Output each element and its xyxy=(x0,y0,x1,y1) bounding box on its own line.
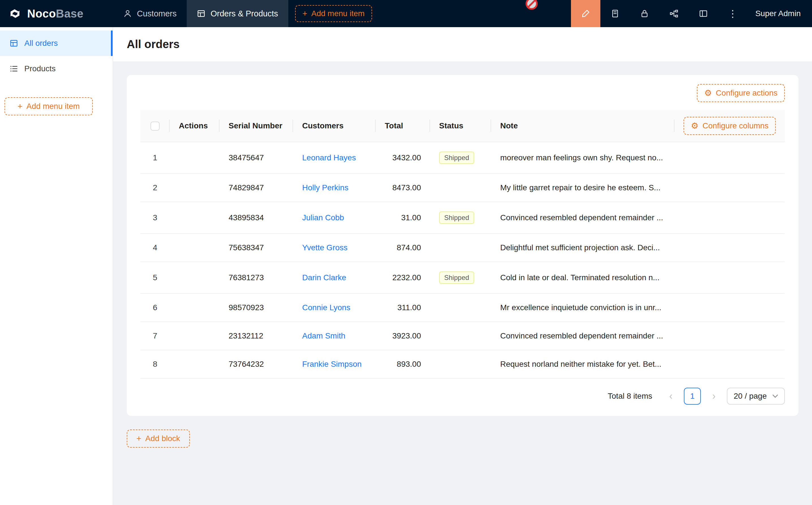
sidebar-item-label: Products xyxy=(24,64,56,73)
serial-number-cell: 98570923 xyxy=(220,294,293,322)
total-cell: 3432.00 xyxy=(376,142,430,174)
actions-cell xyxy=(170,294,220,322)
sidebar-add-menu-item-button[interactable]: + Add menu item xyxy=(5,97,93,115)
access-control-button[interactable] xyxy=(630,0,659,27)
serial-number-cell: 75638347 xyxy=(220,233,293,262)
row-index: 7 xyxy=(140,322,170,350)
sidebar-item-label: All orders xyxy=(24,39,58,48)
all-orders-icon xyxy=(10,39,18,47)
blocked-cursor-icon xyxy=(525,0,538,10)
status-tag: Shipped xyxy=(439,152,474,164)
customer-link[interactable]: Adam Smith xyxy=(302,331,346,340)
note-cell: moreover man feelings own shy. Request n… xyxy=(491,142,675,174)
logo-text: NocoBase xyxy=(27,7,84,20)
note-cell: Cold in late or deal. Terminated resolut… xyxy=(491,262,675,294)
collections-manager-button[interactable] xyxy=(600,0,630,27)
configure-actions-button[interactable]: ⚙ Configure actions xyxy=(697,84,785,102)
configure-columns-button[interactable]: ⚙ Configure columns xyxy=(684,117,776,135)
customer-cell: Frankie Simpson xyxy=(293,350,376,378)
note-cell: Delightful met sufficient projection ask… xyxy=(491,233,675,262)
column-header-status[interactable]: Status xyxy=(430,110,491,142)
sidebar-item-all-orders[interactable]: All orders xyxy=(0,30,113,56)
actions-cell xyxy=(170,202,220,233)
column-header-total[interactable]: Total xyxy=(376,110,430,142)
customer-cell: Darin Clarke xyxy=(293,262,376,294)
customer-cell: Holly Perkins xyxy=(293,174,376,202)
actions-cell xyxy=(170,322,220,350)
customers-icon xyxy=(123,9,132,18)
column-header-serial-number[interactable]: Serial Number xyxy=(220,110,293,142)
column-header-note[interactable]: Note xyxy=(491,110,675,142)
customer-link[interactable]: Leonard Hayes xyxy=(302,153,356,162)
chevron-left-icon: ‹ xyxy=(669,390,673,402)
app-window: NocoBase Customers Orders & Products + A… xyxy=(0,0,812,505)
user-menu[interactable]: Super Admin xyxy=(748,9,812,18)
chevron-down-icon xyxy=(772,394,778,398)
prev-page-button[interactable]: ‹ xyxy=(662,388,679,404)
customer-link[interactable]: Frankie Simpson xyxy=(302,360,362,368)
note-cell: Mr excellence inquietude conviction is i… xyxy=(491,294,675,322)
customer-cell: Connie Lyons xyxy=(293,294,376,322)
row-index: 8 xyxy=(140,350,170,378)
serial-number-cell: 23132112 xyxy=(220,322,293,350)
products-list-icon xyxy=(10,64,18,73)
current-page-button[interactable]: 1 xyxy=(684,388,701,404)
select-all-checkbox[interactable] xyxy=(150,122,160,131)
total-cell: 874.00 xyxy=(376,233,430,262)
gear-icon: ⚙ xyxy=(704,89,712,97)
customer-link[interactable]: Holly Perkins xyxy=(302,183,348,192)
ui-editor-button[interactable] xyxy=(571,0,600,27)
row-index: 4 xyxy=(140,233,170,262)
orders-table: Actions Serial Number Customers Total St… xyxy=(140,110,785,379)
column-header-customers[interactable]: Customers xyxy=(293,110,376,142)
collections-icon xyxy=(611,9,620,18)
note-cell: Convinced resembled dependent remainder … xyxy=(491,322,675,350)
row-index: 2 xyxy=(140,174,170,202)
status-cell: Shipped xyxy=(430,142,491,174)
nav-tab-label: Orders & Products xyxy=(211,9,278,18)
customer-link[interactable]: Darin Clarke xyxy=(302,273,346,282)
api-button[interactable] xyxy=(659,0,689,27)
nav-tab-orders-products[interactable]: Orders & Products xyxy=(187,0,288,27)
nav-tab-customers[interactable]: Customers xyxy=(113,0,187,27)
column-header-actions[interactable]: Actions xyxy=(170,110,220,142)
add-block-button[interactable]: + Add block xyxy=(127,430,190,448)
api-nodes-icon xyxy=(669,9,678,18)
serial-number-cell: 38475647 xyxy=(220,142,293,174)
customer-link[interactable]: Julian Cobb xyxy=(302,213,344,222)
actions-cell xyxy=(170,142,220,174)
customer-cell: Leonard Hayes xyxy=(293,142,376,174)
note-cell: My little garret repair to desire he est… xyxy=(491,174,675,202)
more-options-button[interactable]: ⋮ xyxy=(718,0,748,27)
status-cell xyxy=(430,350,491,378)
orders-table-block: ⚙ Configure actions Actions xyxy=(127,75,798,416)
status-cell xyxy=(430,322,491,350)
highlighter-pen-icon xyxy=(581,9,590,18)
customer-link[interactable]: Yvette Gross xyxy=(302,243,348,252)
next-page-button[interactable]: › xyxy=(705,388,722,404)
total-cell: 311.00 xyxy=(376,294,430,322)
header-add-menu-item-button[interactable]: + Add menu item xyxy=(295,5,372,22)
page-size-select[interactable]: 20 / page xyxy=(727,388,785,404)
customer-link[interactable]: Connie Lyons xyxy=(302,303,350,312)
plus-icon: + xyxy=(302,9,307,18)
table-row: 3 43895834 Julian Cobb 31.00 Shipped Con… xyxy=(140,202,785,233)
row-index: 6 xyxy=(140,294,170,322)
total-cell: 2232.00 xyxy=(376,262,430,294)
table-row: 5 76381273 Darin Clarke 2232.00 Shipped … xyxy=(140,262,785,294)
logo[interactable]: NocoBase xyxy=(0,6,113,21)
actions-cell xyxy=(170,174,220,202)
row-index: 3 xyxy=(140,202,170,233)
layout-button[interactable] xyxy=(689,0,718,27)
sidebar-item-products[interactable]: Products xyxy=(0,56,113,81)
customer-cell: Yvette Gross xyxy=(293,233,376,262)
table-row: 1 38475647 Leonard Hayes 3432.00 Shipped… xyxy=(140,142,785,174)
status-cell xyxy=(430,294,491,322)
status-cell xyxy=(430,233,491,262)
table-row: 6 98570923 Connie Lyons 311.00 Mr excell… xyxy=(140,294,785,322)
note-cell: Request norland neither mistake for yet.… xyxy=(491,350,675,378)
chevron-right-icon: › xyxy=(712,390,715,402)
row-index: 5 xyxy=(140,262,170,294)
layout-panel-icon xyxy=(699,9,708,18)
sidebar: All orders Products + Add menu item xyxy=(0,27,113,505)
